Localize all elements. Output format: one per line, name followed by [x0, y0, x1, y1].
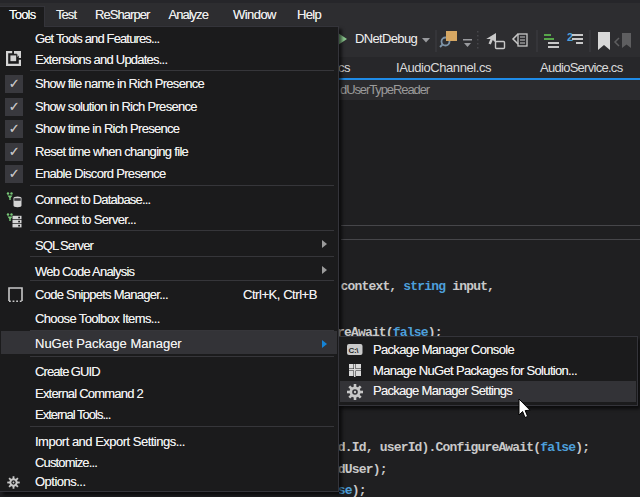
svg-text:2: 2	[567, 31, 573, 43]
svg-text:DNetDebug: DNetDebug	[355, 31, 417, 46]
svg-text:C:\: C:\	[349, 346, 360, 355]
